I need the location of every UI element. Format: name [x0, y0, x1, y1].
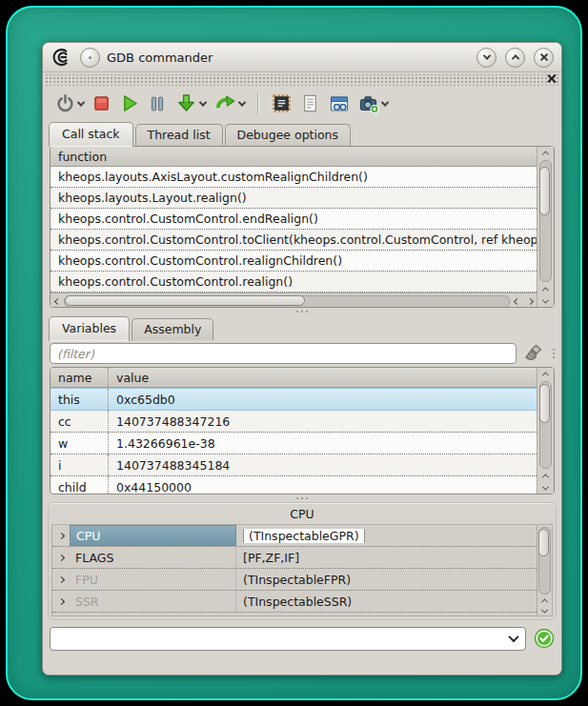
- tab-debugee-options[interactable]: Debugee options: [225, 124, 352, 146]
- close-button[interactable]: [534, 48, 554, 68]
- dock-close-icon[interactable]: [547, 73, 556, 82]
- pause-button[interactable]: [147, 93, 168, 114]
- scroll-down-arrow[interactable]: [537, 482, 554, 494]
- snapshot-camera-icon: [358, 93, 379, 114]
- register-value-field[interactable]: (TInspectableGPR): [243, 529, 365, 543]
- watches-window-icon: [329, 93, 350, 114]
- stop-icon: [92, 94, 111, 112]
- scroll-up-arrow[interactable]: [537, 470, 554, 482]
- variable-row[interactable]: i 140737488345184: [51, 454, 537, 476]
- snapshot-button[interactable]: [357, 92, 389, 115]
- scroll-down-arrow[interactable]: [537, 606, 552, 615]
- register-group-name: SSR: [70, 591, 236, 612]
- chevron-down-icon: [381, 98, 389, 106]
- callstack-row[interactable]: kheops.control.CustomControl.toClient(kh…: [51, 230, 537, 251]
- variable-row[interactable]: w 1.43266961e-38: [51, 433, 537, 454]
- callstack-row[interactable]: kheops.layouts.AxisLayout.customRealignC…: [51, 167, 537, 188]
- callstack-row[interactable]: kheops.layouts.Layout.realign(): [51, 188, 537, 209]
- cpu-register-row[interactable]: SSR (TInspectableSSR): [52, 591, 537, 613]
- cpu-register-row[interactable]: FLAGS [PF,ZF,IF]: [52, 547, 537, 569]
- cpu-register-row[interactable]: FPU (TInspectableFPR): [52, 569, 537, 591]
- send-command-button[interactable]: [534, 628, 555, 649]
- cpu-register-row[interactable]: CPU (TInspectableGPR): [52, 525, 537, 547]
- scroll-up-arrow[interactable]: [537, 368, 554, 380]
- stack-tabbar: Call stack Thread list Debugee options: [43, 121, 561, 146]
- splitter-handle[interactable]: [43, 308, 561, 315]
- expand-arrow-icon[interactable]: [52, 599, 70, 604]
- callstack-row[interactable]: kheops.control.CustomControl.endRealign(…: [51, 209, 537, 230]
- scroll-up-arrow[interactable]: [537, 283, 554, 295]
- step-over-button[interactable]: [213, 91, 246, 115]
- register-group-name: FLAGS: [70, 547, 236, 568]
- scroll-up-arrow[interactable]: [537, 595, 552, 606]
- vscroll-thumb[interactable]: [539, 167, 550, 214]
- step-into-icon: [175, 92, 197, 114]
- variable-row[interactable]: this 0xc65db0: [51, 388, 537, 411]
- register-group-name: CPU: [70, 525, 236, 546]
- tab-variables[interactable]: Variables: [49, 316, 130, 341]
- debug-toolbar: [43, 86, 561, 121]
- scroll-down-arrow[interactable]: [537, 295, 554, 307]
- variables-vscrollbar[interactable]: [537, 368, 554, 494]
- power-button[interactable]: [54, 92, 85, 114]
- stop-button[interactable]: [91, 93, 112, 113]
- chevron-down-icon: [77, 98, 85, 106]
- chevron-down-icon: [199, 98, 207, 106]
- callstack-column-header[interactable]: function: [51, 147, 537, 167]
- value-column-header[interactable]: value: [109, 371, 537, 385]
- splitter-handle[interactable]: [43, 494, 561, 502]
- watches-button[interactable]: [328, 92, 351, 115]
- shade-button[interactable]: [476, 48, 497, 68]
- variables-header-row: name value: [51, 368, 537, 388]
- expand-arrow-icon[interactable]: [52, 555, 70, 560]
- broom-icon: [522, 343, 545, 364]
- window-menu-button[interactable]: [80, 48, 100, 68]
- cpu-vscrollbar[interactable]: [537, 525, 552, 615]
- combobox-dropdown-button[interactable]: [502, 635, 525, 642]
- run-icon: [119, 93, 139, 113]
- disassembly-button[interactable]: [271, 92, 293, 114]
- expand-arrow-icon[interactable]: [52, 534, 70, 538]
- run-button[interactable]: [118, 92, 140, 114]
- variable-name: i: [51, 454, 109, 475]
- tab-assembly[interactable]: Assembly: [132, 318, 213, 340]
- variable-name: child: [51, 476, 109, 494]
- variables-tabbar: Variables Assembly: [43, 315, 561, 340]
- call-stack-panel: function kheops.layouts.AxisLayout.custo…: [50, 146, 555, 308]
- variable-name: cc: [51, 411, 109, 432]
- dock-drag-handle[interactable]: [45, 74, 559, 86]
- clear-filter-button[interactable]: [522, 343, 545, 364]
- titlebar: GDB commander: [43, 43, 561, 72]
- register-value: (TInspectableFPR): [236, 573, 537, 587]
- scroll-right-arrow[interactable]: [523, 293, 537, 307]
- register-group-name: FPU: [70, 569, 236, 590]
- scroll-left-arrow[interactable]: [510, 293, 523, 307]
- panel-grip-dots: [553, 349, 555, 358]
- command-row: [43, 622, 561, 655]
- variable-row[interactable]: child 0x44150000: [51, 476, 537, 494]
- variable-row[interactable]: cc 140737488347216: [51, 411, 537, 433]
- app-logo-icon: [51, 48, 73, 67]
- toolbar-separator: [257, 92, 259, 115]
- variable-name: w: [51, 433, 109, 454]
- step-into-button[interactable]: [174, 91, 207, 115]
- filter-input[interactable]: [50, 343, 517, 364]
- vscroll-thumb[interactable]: [538, 529, 549, 556]
- unshade-button[interactable]: [505, 48, 525, 68]
- expand-arrow-icon[interactable]: [52, 577, 70, 582]
- callstack-hscrollbar[interactable]: [51, 292, 537, 307]
- callstack-row[interactable]: kheops.control.CustomControl.realignChil…: [51, 251, 537, 272]
- log-button[interactable]: [299, 92, 321, 114]
- gdb-command-input[interactable]: [51, 632, 502, 646]
- callstack-vscrollbar[interactable]: [537, 147, 554, 307]
- tab-call-stack[interactable]: Call stack: [49, 122, 133, 147]
- scroll-up-arrow[interactable]: [537, 147, 554, 159]
- callstack-row[interactable]: kheops.control.CustomControl.realign(): [51, 272, 537, 292]
- vscroll-thumb[interactable]: [539, 384, 550, 423]
- scroll-left-arrow[interactable]: [51, 293, 64, 307]
- tab-thread-list[interactable]: Thread list: [135, 124, 223, 146]
- pause-icon: [148, 94, 167, 113]
- name-column-header[interactable]: name: [51, 368, 109, 387]
- hscroll-thumb[interactable]: [65, 295, 305, 306]
- gdb-command-combobox[interactable]: [50, 627, 526, 651]
